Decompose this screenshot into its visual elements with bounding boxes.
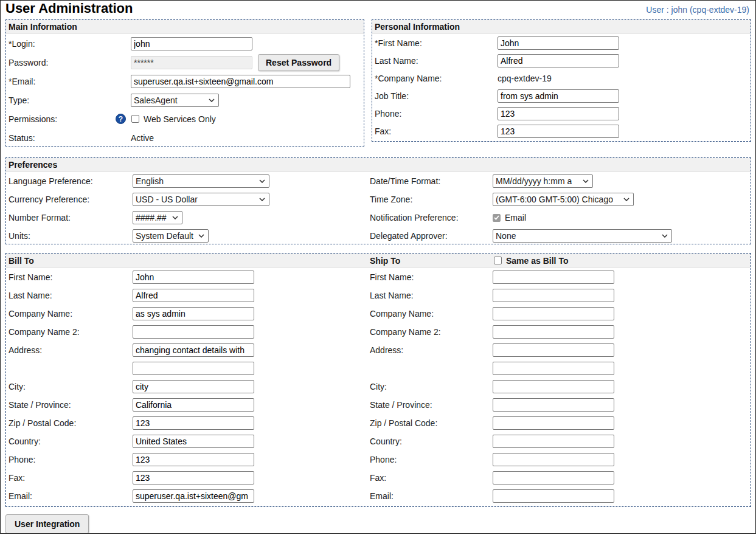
ship-to-country-input[interactable] bbox=[493, 435, 614, 448]
email-input[interactable] bbox=[131, 75, 350, 88]
bill-to-zip-input[interactable] bbox=[133, 416, 254, 430]
password-input bbox=[131, 56, 252, 69]
web-services-only-label: Web Services Only bbox=[144, 114, 216, 124]
form-row: Language Preference: English bbox=[6, 172, 370, 190]
form-row: Email: bbox=[6, 487, 370, 505]
currency-preference-select[interactable]: USD - US Dollar bbox=[133, 193, 269, 206]
bill-to-city-input[interactable] bbox=[133, 380, 254, 393]
number-format-select[interactable]: ####.## bbox=[133, 211, 182, 224]
language-preference-value: English bbox=[136, 176, 164, 186]
form-row: Units: System Default bbox=[6, 227, 370, 245]
form-row: State / Province: bbox=[6, 396, 370, 414]
bill-to-address-input[interactable] bbox=[133, 343, 254, 357]
form-row: *Email: bbox=[6, 72, 364, 91]
type-select[interactable]: SalesAgent bbox=[131, 94, 219, 107]
reset-password-button[interactable]: Reset Password bbox=[258, 54, 339, 71]
user-integration-button[interactable]: User Integration bbox=[5, 514, 89, 534]
email-label: *Email: bbox=[6, 77, 131, 86]
ship-to-first-name-input[interactable] bbox=[493, 271, 614, 284]
web-services-only-checkbox[interactable] bbox=[131, 115, 139, 123]
preferences-title: Preferences bbox=[6, 158, 751, 172]
same-as-bill-to-label: Same as Bill To bbox=[506, 256, 568, 266]
delegated-approver-select[interactable]: None bbox=[493, 229, 672, 243]
form-row: Fax: bbox=[6, 469, 370, 487]
phone-input[interactable] bbox=[498, 107, 619, 120]
number-format-value: ####.## bbox=[136, 213, 167, 222]
first-name-input[interactable] bbox=[498, 36, 619, 50]
bill-to-first-name-input[interactable] bbox=[133, 271, 254, 284]
ship-to-column: First Name: Last Name: Company Name: Com… bbox=[370, 268, 751, 505]
job-title-input[interactable] bbox=[498, 89, 619, 103]
bill-ship-panel: Bill To Ship To Same as Bill To First Na… bbox=[5, 253, 751, 507]
email-notification-checkbox[interactable] bbox=[493, 214, 501, 222]
company-name-label: *Company Name: bbox=[372, 74, 498, 83]
datetime-format-label: Date/Time Format: bbox=[370, 176, 493, 186]
permissions-label: Permissions: bbox=[6, 114, 116, 124]
bill-to-country-input[interactable] bbox=[133, 435, 254, 448]
password-label: Password: bbox=[6, 58, 131, 67]
ship-to-company-name-input[interactable] bbox=[493, 307, 614, 320]
bill-to-company-name-input[interactable] bbox=[133, 307, 254, 320]
field-label: Email: bbox=[370, 491, 493, 501]
ship-to-address-input[interactable] bbox=[493, 343, 614, 357]
form-row: Last Name: bbox=[370, 286, 751, 305]
form-row: Zip / Postal Code: bbox=[6, 414, 370, 432]
ship-to-last-name-input[interactable] bbox=[493, 289, 614, 302]
help-icon[interactable]: ? bbox=[116, 114, 126, 124]
number-format-label: Number Format: bbox=[6, 213, 133, 222]
login-label: *Login: bbox=[6, 39, 131, 49]
datetime-format-select[interactable]: MM/dd/yyyy h:mm a bbox=[493, 174, 593, 188]
fax-input[interactable] bbox=[498, 125, 619, 138]
status-label: Status: bbox=[6, 133, 131, 143]
first-name-label: *First Name: bbox=[372, 38, 498, 48]
chevron-down-icon bbox=[172, 216, 178, 219]
form-row: Address: bbox=[6, 341, 370, 359]
current-user-link[interactable]: User : john (cpq-extdev-19) bbox=[646, 5, 749, 15]
bill-to-column: First Name: Last Name: Company Name: Com… bbox=[6, 268, 370, 505]
ship-to-state-input[interactable] bbox=[493, 398, 614, 412]
ship-to-company-name-2-input[interactable] bbox=[493, 325, 614, 339]
time-zone-select[interactable]: (GMT-6:00 GMT-5:00) Chicago bbox=[493, 193, 634, 206]
ship-to-zip-input[interactable] bbox=[493, 416, 614, 430]
bill-to-fax-input[interactable] bbox=[133, 471, 254, 485]
form-row: Phone: bbox=[370, 450, 751, 469]
form-row: Fax: bbox=[370, 469, 751, 487]
user-administration-page: User Administration User : john (cpq-ext… bbox=[0, 0, 756, 534]
field-label: Fax: bbox=[6, 473, 133, 483]
ship-to-fax-input[interactable] bbox=[493, 471, 614, 485]
page-title: User Administration bbox=[5, 1, 133, 16]
ship-to-phone-input[interactable] bbox=[493, 453, 614, 466]
status-value: Active bbox=[131, 133, 154, 143]
chevron-down-icon bbox=[259, 198, 265, 201]
form-row: Type: SalesAgent bbox=[6, 91, 364, 109]
ship-to-title: Ship To bbox=[370, 256, 494, 266]
bill-to-phone-input[interactable] bbox=[133, 453, 254, 466]
bill-to-email-input[interactable] bbox=[133, 489, 254, 503]
form-row: Company Name 2: bbox=[6, 323, 370, 341]
field-label: Company Name: bbox=[370, 309, 493, 319]
bill-to-title: Bill To bbox=[6, 256, 370, 266]
bill-to-state-input[interactable] bbox=[133, 398, 254, 412]
field-label: City: bbox=[6, 382, 133, 391]
language-preference-select[interactable]: English bbox=[133, 174, 269, 188]
form-row: Notification Preference: Email bbox=[370, 209, 751, 227]
bill-to-address-2-input[interactable] bbox=[133, 362, 254, 375]
same-as-bill-to-checkbox[interactable] bbox=[494, 257, 502, 264]
last-name-input[interactable] bbox=[498, 54, 619, 67]
ship-to-address-2-input[interactable] bbox=[493, 362, 614, 375]
login-input[interactable] bbox=[131, 37, 252, 50]
ship-to-city-input[interactable] bbox=[493, 380, 614, 393]
field-label: Phone: bbox=[6, 455, 133, 464]
units-select[interactable]: System Default bbox=[133, 229, 209, 243]
form-row: City: bbox=[6, 378, 370, 396]
ship-to-email-input[interactable] bbox=[493, 489, 614, 503]
bill-to-company-name-2-input[interactable] bbox=[133, 325, 254, 339]
type-label: Type: bbox=[6, 95, 131, 105]
chevron-down-icon bbox=[662, 234, 668, 238]
chevron-down-icon bbox=[209, 98, 215, 102]
field-label: State / Province: bbox=[370, 400, 493, 410]
form-row: State / Province: bbox=[370, 396, 751, 414]
form-row: Phone: bbox=[6, 450, 370, 469]
form-row: Address: bbox=[370, 341, 751, 359]
bill-to-last-name-input[interactable] bbox=[133, 289, 254, 302]
